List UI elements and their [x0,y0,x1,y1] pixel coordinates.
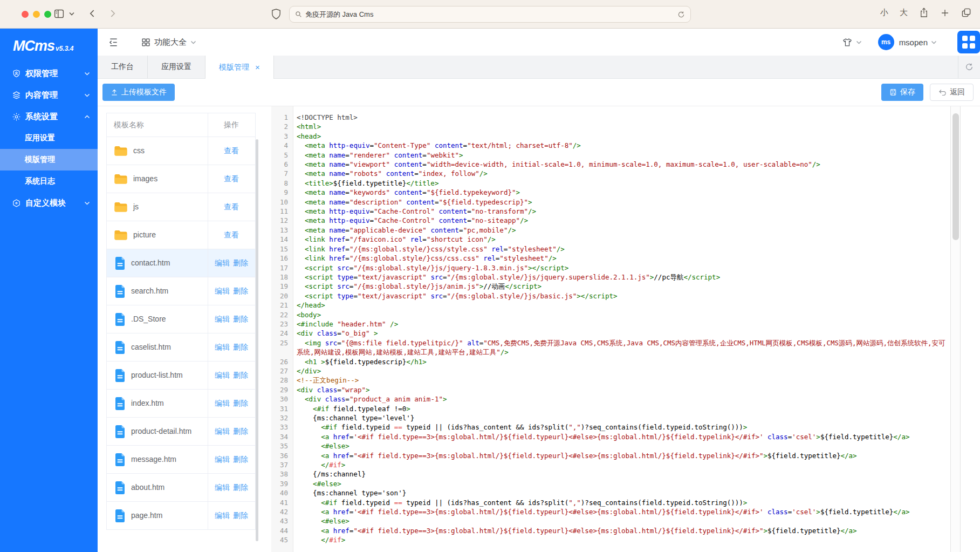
code-text[interactable]: <#if field.typeid == typeid || (ids?has_… [293,498,950,507]
code-line[interactable]: 3<head> [271,132,950,141]
code-line[interactable]: 1<!DOCTYPE html> [271,113,950,122]
privacy-shield-icon[interactable] [271,8,281,20]
back-button[interactable]: 返回 [930,84,974,101]
delete-link[interactable]: 删除 [233,511,248,520]
code-line[interactable]: 23<#include "header.htm" /> [271,319,950,329]
code-line[interactable]: 14 <link href="/favicon.ico" rel="shortc… [271,235,950,244]
delete-link[interactable]: 删除 [233,343,248,351]
code-text[interactable]: <!DOCTYPE html> [293,113,950,122]
chevron-down-icon[interactable] [931,40,937,44]
delete-link[interactable]: 删除 [233,371,248,379]
code-line[interactable]: 34 <a href='<#if field.type==3>{ms:globa… [271,432,950,441]
code-line[interactable]: 12 <meta http-equiv="Cache-Control" cont… [271,216,950,225]
edit-link[interactable]: 编辑 [215,258,230,267]
file-row[interactable]: page.htm编辑删除 [107,502,256,530]
code-line[interactable]: 21</head> [271,301,950,310]
file-row[interactable]: picture查看 [107,221,256,249]
apps-launcher-button[interactable] [957,31,980,53]
code-line[interactable]: 25 <img src="{@ms:file field.typelitpic/… [271,338,950,357]
code-line[interactable]: 5 <meta name="renderer" content="webkit"… [271,151,950,160]
save-button[interactable]: 保存 [881,84,923,101]
tab-app-settings[interactable]: 应用设置 [148,56,205,78]
code-text[interactable]: <h1 >${field.typedescrip}</h1> [293,357,950,366]
code-line[interactable]: 31 <#if field.typeleaf !=0> [271,404,950,413]
code-line[interactable]: 27</div> [271,366,950,376]
upload-template-button[interactable]: 上传模板文件 [102,84,175,101]
code-text[interactable]: </#if> [293,535,950,544]
code-text[interactable]: <meta name="robots" content="index, foll… [293,169,950,178]
code-text[interactable]: {ms:channel type='level'} [293,413,950,422]
sidebar-item-content[interactable]: 内容管理 [0,84,98,106]
code-line[interactable]: 24<div class="o_big" > [271,329,950,338]
edit-link[interactable]: 编辑 [215,399,230,407]
file-row[interactable]: message.htm编辑删除 [107,446,256,474]
collapse-sidebar-icon[interactable] [108,38,119,47]
code-line[interactable]: 29<div class="wrap"> [271,385,950,394]
delete-link[interactable]: 删除 [233,258,248,267]
delete-link[interactable]: 删除 [233,287,248,295]
code-line[interactable]: 18 <script type="text/javascript" src="/… [271,272,950,282]
code-line[interactable]: 20 <script type="text/javascript" src="/… [271,291,950,301]
edit-link[interactable]: 编辑 [215,287,230,295]
file-row[interactable]: product-list.htm编辑删除 [107,362,256,390]
code-text[interactable]: </head> [293,301,950,310]
code-text[interactable]: <body> [293,310,950,319]
close-window-button[interactable] [22,11,29,18]
code-line[interactable]: 43 <#else> [271,516,950,526]
view-link[interactable]: 查看 [224,202,239,211]
code-text[interactable]: <a href='<#if field.type==3>{ms:global.h… [293,507,950,516]
code-line[interactable]: 26 <h1 >${field.typedescrip}</h1> [271,357,950,366]
code-line[interactable]: 19 <script src="/{ms:global.style/}js/an… [271,282,950,291]
code-line[interactable]: 40 {ms:channel type='son'} [271,488,950,498]
code-line[interactable]: 22<body> [271,310,950,319]
sidebar-item-system[interactable]: 系统设置 [0,106,98,127]
edit-link[interactable]: 编辑 [215,343,230,351]
edit-link[interactable]: 编辑 [215,371,230,379]
delete-link[interactable]: 删除 [233,315,248,323]
code-text[interactable]: <#include "header.htm" /> [293,319,950,329]
code-text[interactable]: <a href="<#if field.type==3>{ms:global.h… [293,451,950,460]
share-icon[interactable] [919,7,929,18]
file-row[interactable]: search.htm编辑删除 [107,277,256,305]
code-line[interactable]: 42 <a href='<#if field.type==3>{ms:globa… [271,507,950,516]
code-line[interactable]: 28<!--正文begin--> [271,376,950,385]
code-text[interactable]: <script type="text/javascript" src="/{ms… [293,291,950,301]
code-line[interactable]: 10 <meta name="description" content="${f… [271,197,950,207]
tab-overview-icon[interactable] [961,8,971,18]
code-text[interactable]: <meta http-equiv="Cache-Control" content… [293,216,950,225]
code-line[interactable]: 44 <a href="<#if field.type==3>{ms:globa… [271,526,950,535]
code-line[interactable]: 45 </#if> [271,535,950,544]
code-text[interactable]: <div class="wrap"> [293,385,950,394]
edit-link[interactable]: 编辑 [215,315,230,323]
code-editor[interactable]: 1<!DOCTYPE html>2<html>3<head>4 <meta ht… [271,106,980,552]
code-text[interactable]: <script src="/{ms:global.style/}js/anim.… [293,282,950,291]
code-text[interactable]: <meta name="applicable-device" content="… [293,226,950,235]
code-text[interactable]: <div class="product_a anim anim-1"> [293,394,950,404]
code-line[interactable]: 41 <#if field.typeid == typeid || (ids?h… [271,498,950,507]
username[interactable]: msopen [899,38,928,47]
back-icon[interactable] [87,8,98,19]
code-text[interactable]: <meta http-equiv="Cache-Control" content… [293,207,950,216]
code-text[interactable]: {/ms:channel} [293,469,950,479]
new-tab-icon[interactable] [940,8,950,18]
code-line[interactable]: 7 <meta name="robots" content="index, fo… [271,169,950,178]
code-line[interactable]: 32 {ms:channel type='level'} [271,413,950,422]
code-line[interactable]: 8 <title>${field.typetitle}</title> [271,179,950,188]
file-panel-scrollbar[interactable] [256,139,258,541]
code-line[interactable]: 4 <meta http-equiv="Content-Type" conten… [271,141,950,150]
code-text[interactable]: <#if field.typeid == typeid || (ids?has_… [293,422,950,432]
code-text[interactable]: <meta http-equiv="Content-Type" content=… [293,141,950,150]
sidebar-item-custom-module[interactable]: 自定义模块 [0,192,98,214]
sidebar-toggle-icon[interactable] [53,8,65,19]
code-text[interactable]: </#if> [293,460,950,469]
code-text[interactable]: </div> [293,366,950,376]
sidebar-item-permission[interactable]: 权限管理 [0,63,98,84]
minimize-window-button[interactable] [33,11,40,18]
code-text[interactable]: <#else> [293,479,950,488]
editor-scrollbar-thumb[interactable] [952,113,959,240]
editor-scrollbar-track[interactable] [950,106,961,552]
code-line[interactable]: 11 <meta http-equiv="Cache-Control" cont… [271,207,950,216]
delete-link[interactable]: 删除 [233,427,248,435]
tab-close-icon[interactable]: × [255,63,260,72]
all-functions-menu[interactable]: 功能大全 [141,37,196,47]
